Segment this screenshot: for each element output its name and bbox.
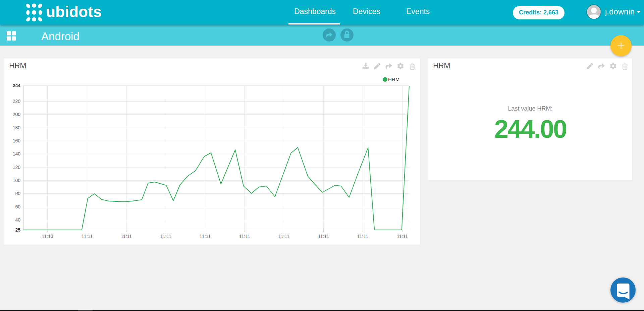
svg-text:160: 160 — [13, 138, 21, 143]
svg-text:120: 120 — [13, 165, 21, 170]
svg-text:40: 40 — [15, 217, 20, 223]
svg-text:60: 60 — [15, 204, 20, 209]
svg-text:80: 80 — [15, 191, 20, 196]
svg-text:11:11: 11:11 — [121, 234, 132, 239]
svg-text:11:11: 11:11 — [318, 234, 329, 239]
svg-text:200: 200 — [13, 112, 21, 117]
svg-text:220: 220 — [13, 99, 21, 104]
svg-text:140: 140 — [13, 151, 21, 157]
svg-text:25: 25 — [15, 227, 20, 233]
svg-text:11:11: 11:11 — [82, 234, 93, 239]
svg-text:180: 180 — [13, 125, 21, 130]
svg-text:11:11: 11:11 — [397, 234, 408, 239]
svg-text:11:11: 11:11 — [160, 234, 171, 239]
svg-text:100: 100 — [13, 178, 21, 183]
svg-text:11:11: 11:11 — [357, 234, 368, 239]
svg-text:11:11: 11:11 — [278, 234, 289, 239]
svg-text:HRM: HRM — [388, 76, 399, 82]
svg-text:11:11: 11:11 — [239, 234, 250, 239]
svg-text:244: 244 — [13, 83, 21, 88]
svg-text:11:10: 11:10 — [42, 234, 53, 239]
svg-text:11:11: 11:11 — [200, 234, 211, 239]
